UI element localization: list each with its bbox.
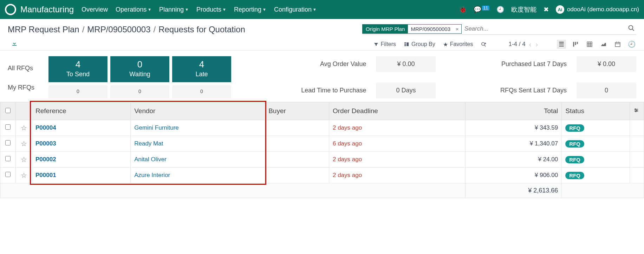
- tile-sub: 0: [77, 89, 79, 94]
- menu-planning[interactable]: Planning▼: [159, 6, 189, 13]
- cell-deadline: 6 days ago: [329, 136, 465, 152]
- col-select-all[interactable]: [0, 102, 16, 120]
- col-vendor[interactable]: Vendor: [131, 102, 265, 120]
- app-brand[interactable]: Manufacturing: [5, 4, 74, 15]
- status-badge: RFQ: [565, 156, 584, 163]
- table-row[interactable]: ☆P00003Ready Mat6 days ago¥ 1,340.07RFQ: [0, 136, 644, 152]
- cell-deadline: 2 days ago: [329, 168, 465, 183]
- control-panel: MRP Request Plan / MRP/090500003 / Reque…: [0, 19, 644, 51]
- row-select[interactable]: [0, 168, 16, 183]
- col-options[interactable]: [630, 102, 644, 120]
- col-buyer[interactable]: Buyer: [265, 102, 329, 120]
- row-checkbox[interactable]: [5, 124, 11, 130]
- download-icon[interactable]: [8, 40, 18, 48]
- svg-rect-14: [615, 43, 620, 47]
- col-total[interactable]: Total: [465, 102, 562, 120]
- reference-link[interactable]: P00001: [35, 172, 56, 178]
- metric-p7-label: Purchased Last 7 Days: [439, 60, 573, 68]
- vendor-link[interactable]: Ready Mat: [134, 140, 163, 147]
- col-deadline[interactable]: Order Deadline: [329, 102, 465, 120]
- search-expand-icon[interactable]: [481, 41, 487, 47]
- tile-late[interactable]: 4Late: [172, 56, 231, 82]
- view-pivot-icon[interactable]: [585, 40, 594, 49]
- tile-to-send-mine[interactable]: 0: [48, 85, 108, 98]
- row-priority[interactable]: ☆: [16, 120, 32, 136]
- reference-link[interactable]: P00002: [35, 156, 56, 163]
- facet-remove-icon[interactable]: ×: [453, 26, 461, 32]
- partner-label[interactable]: 欧度智能: [511, 5, 536, 14]
- col-reference[interactable]: Reference: [32, 102, 131, 120]
- metric-lead-label: Lead Time to Purchase: [245, 87, 372, 94]
- view-kanban-icon[interactable]: [571, 40, 580, 49]
- view-calendar-icon[interactable]: [613, 40, 622, 49]
- menu-operations[interactable]: Operations▼: [116, 6, 151, 13]
- favorites-button[interactable]: ★Favorites: [443, 41, 473, 48]
- tile-late-mine[interactable]: 0: [172, 85, 231, 98]
- row-priority[interactable]: ☆: [16, 152, 32, 168]
- view-activity-icon[interactable]: 🕘: [627, 40, 636, 49]
- caret-down-icon: ▼: [222, 7, 226, 12]
- search-input[interactable]: [464, 24, 624, 34]
- select-all-checkbox[interactable]: [5, 108, 11, 113]
- reference-link[interactable]: P00004: [35, 124, 56, 131]
- cell-status: RFQ: [562, 168, 630, 183]
- reference-link[interactable]: P00003: [35, 140, 56, 147]
- row-select[interactable]: [0, 120, 16, 136]
- svg-point-21: [635, 109, 636, 110]
- vendor-link[interactable]: Gemini Furniture: [134, 124, 179, 131]
- tile-num: 0: [110, 59, 169, 70]
- cell-total: ¥ 1,340.07: [465, 136, 562, 152]
- row-select[interactable]: [0, 152, 16, 168]
- view-list-icon[interactable]: ☰: [557, 40, 566, 49]
- tile-waiting[interactable]: 0Waiting: [110, 56, 169, 82]
- tools-icon[interactable]: ✖: [544, 6, 549, 13]
- clock-icon[interactable]: 🕘: [496, 6, 504, 13]
- cell-options: [630, 168, 644, 183]
- breadcrumb-doc[interactable]: MRP/090500003: [87, 25, 150, 34]
- view-graph-icon[interactable]: [599, 40, 608, 49]
- navbar-left: Manufacturing Overview Operations▼ Plann…: [5, 4, 317, 15]
- search-icon[interactable]: [626, 25, 636, 33]
- menu-overview[interactable]: Overview: [82, 6, 108, 13]
- svg-point-22: [636, 110, 637, 111]
- row-checkbox[interactable]: [5, 172, 11, 177]
- metric-lead-value[interactable]: 0 Days: [376, 83, 436, 98]
- table-row[interactable]: ☆P00004Gemini Furniture2 days ago¥ 343.5…: [0, 120, 644, 136]
- dash-label-all[interactable]: All RFQs: [8, 65, 34, 72]
- groupby-button[interactable]: Group By: [404, 41, 435, 47]
- tile-sub: 0: [138, 89, 141, 94]
- col-status[interactable]: Status: [562, 102, 630, 120]
- filters-button[interactable]: Filters: [373, 41, 396, 47]
- row-priority[interactable]: ☆: [16, 168, 32, 183]
- status-badge: RFQ: [565, 172, 584, 179]
- row-priority[interactable]: ☆: [16, 136, 32, 152]
- messages-button[interactable]: 💬 11: [474, 6, 489, 13]
- table-row[interactable]: ☆P00001Azure Interior2 days ago¥ 906.00R…: [0, 168, 644, 183]
- dash-label-my[interactable]: My RFQs: [8, 84, 34, 91]
- breadcrumb-sep: /: [153, 25, 156, 34]
- table-row[interactable]: ☆P00002Anital Oliver2 days ago¥ 24.00RFQ: [0, 152, 644, 168]
- menu-products[interactable]: Products▼: [196, 6, 226, 13]
- breadcrumb-root[interactable]: MRP Request Plan: [8, 25, 79, 34]
- menu-reporting[interactable]: Reporting▼: [234, 6, 266, 13]
- tile-to-send[interactable]: 4To Send: [48, 56, 108, 82]
- metric-sent7-value[interactable]: 0: [577, 83, 636, 98]
- row-checkbox[interactable]: [5, 140, 11, 145]
- app-name: Manufacturing: [20, 5, 74, 14]
- user-menu[interactable]: Ai odooAi (demo.odooapp.cn): [556, 5, 639, 14]
- pager: 1-4 / 4 ‹ ›: [508, 40, 539, 48]
- pager-text[interactable]: 1-4 / 4: [508, 41, 525, 48]
- row-checkbox[interactable]: [5, 156, 11, 161]
- vendor-link[interactable]: Azure Interior: [134, 172, 170, 178]
- metric-avg-value[interactable]: ¥ 0.00: [376, 56, 436, 72]
- row-select[interactable]: [0, 136, 16, 152]
- vendor-link[interactable]: Anital Oliver: [134, 156, 167, 163]
- cell-reference: P00004: [32, 120, 131, 136]
- tile-waiting-mine[interactable]: 0: [110, 85, 169, 98]
- metric-p7-value[interactable]: ¥ 0.00: [577, 56, 636, 72]
- bug-icon[interactable]: 🐞: [459, 6, 467, 13]
- pager-prev-icon[interactable]: ‹: [528, 40, 532, 48]
- menu-configuration[interactable]: Configuration▼: [274, 6, 317, 13]
- deadline-text: 2 days ago: [333, 156, 362, 163]
- pager-next-icon[interactable]: ›: [535, 40, 539, 48]
